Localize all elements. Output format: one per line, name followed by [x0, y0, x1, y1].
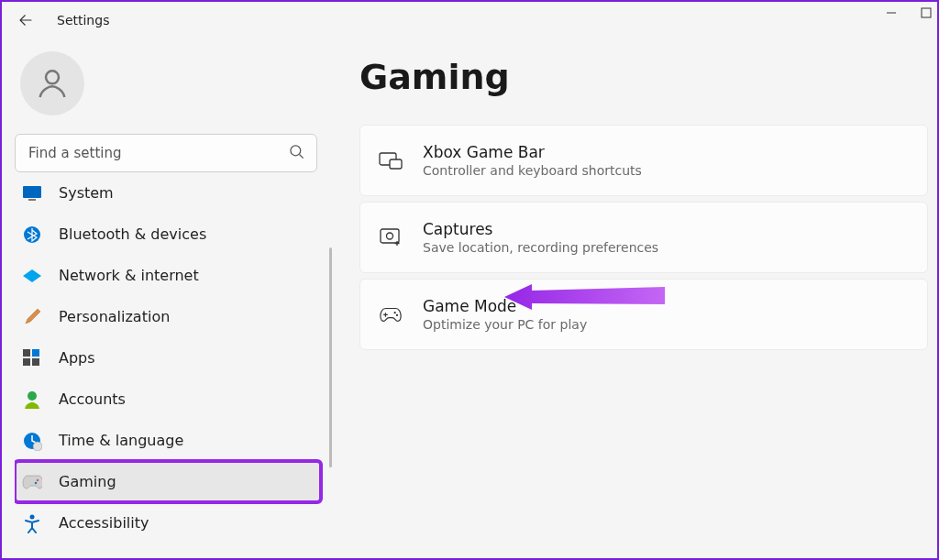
wifi-icon [22, 266, 42, 286]
sidebar-item-system[interactable]: System [15, 181, 321, 214]
window-controls [884, 5, 933, 20]
card-game-mode[interactable]: Game Mode Optimize your PC for play [359, 279, 928, 350]
apps-icon [22, 348, 42, 368]
card-subtitle: Controller and keyboard shortcuts [423, 163, 642, 178]
svg-rect-1 [922, 8, 931, 17]
nav-label: Bluetooth & devices [59, 225, 206, 243]
accessibility-icon [22, 513, 42, 533]
xbox-game-bar-icon [379, 148, 403, 172]
svg-point-23 [396, 314, 398, 316]
sidebar-item-time-language[interactable]: Time & language [15, 420, 321, 461]
card-title: Xbox Game Bar [423, 143, 642, 161]
arrow-left-icon [17, 12, 34, 28]
sidebar-item-network[interactable]: Network & internet [15, 255, 321, 296]
person-icon [34, 65, 71, 102]
svg-point-16 [35, 481, 37, 483]
svg-line-4 [300, 155, 304, 159]
nav-label: Gaming [59, 473, 116, 490]
nav-label: Accessibility [59, 514, 149, 532]
sidebar-item-bluetooth[interactable]: Bluetooth & devices [15, 214, 321, 255]
nav-label: Apps [59, 349, 95, 367]
window-title: Settings [57, 13, 109, 27]
svg-point-22 [394, 312, 396, 313]
svg-point-2 [46, 71, 59, 83]
card-subtitle: Optimize your PC for play [423, 317, 587, 332]
card-title: Captures [423, 220, 658, 238]
nav-list[interactable]: System Bluetooth & devices Network & int… [15, 181, 332, 558]
nav-label: Personalization [59, 308, 170, 325]
captures-icon [379, 225, 403, 249]
paintbrush-icon [22, 307, 42, 327]
sidebar-item-personalization[interactable]: Personalization [15, 296, 321, 337]
svg-rect-20 [381, 229, 399, 243]
titlebar: Settings [2, 2, 937, 38]
card-title: Game Mode [423, 297, 587, 315]
svg-point-12 [28, 391, 37, 401]
svg-rect-11 [32, 358, 39, 366]
card-xbox-game-bar[interactable]: Xbox Game Bar Controller and keyboard sh… [359, 125, 928, 196]
svg-point-21 [387, 233, 393, 239]
svg-rect-5 [23, 186, 41, 198]
accounts-icon [22, 390, 42, 410]
back-button[interactable] [11, 5, 40, 35]
settings-list: Xbox Game Bar Controller and keyboard sh… [359, 125, 937, 350]
sidebar-item-gaming[interactable]: Gaming [15, 461, 321, 502]
avatar[interactable] [20, 51, 84, 115]
page-title: Gaming [359, 57, 937, 97]
nav-label: Network & internet [59, 267, 199, 284]
bluetooth-icon [22, 225, 42, 245]
search-icon [288, 143, 306, 161]
svg-rect-19 [390, 159, 402, 169]
clock-globe-icon [22, 431, 42, 451]
maximize-button[interactable] [919, 5, 933, 20]
sidebar: System Bluetooth & devices Network & int… [2, 38, 332, 558]
card-captures[interactable]: Captures Save location, recording prefer… [359, 202, 928, 273]
sidebar-item-apps[interactable]: Apps [15, 337, 321, 379]
nav-label: Time & language [59, 432, 183, 449]
nav-label: System [59, 184, 114, 202]
sidebar-item-accessibility[interactable]: Accessibility [15, 502, 321, 544]
sidebar-item-accounts[interactable]: Accounts [15, 379, 321, 420]
nav-label: Accounts [59, 390, 126, 408]
card-subtitle: Save location, recording preferences [423, 240, 658, 255]
svg-rect-8 [23, 349, 30, 357]
svg-point-15 [37, 478, 39, 480]
svg-point-17 [30, 514, 35, 519]
game-mode-icon [379, 302, 403, 326]
main-content: Gaming Xbox Game Bar Controller and keyb… [332, 38, 937, 558]
svg-rect-6 [28, 199, 36, 201]
minimize-button[interactable] [884, 5, 899, 20]
svg-point-14 [33, 442, 42, 451]
gaming-icon [22, 472, 42, 492]
search-input[interactable] [15, 134, 317, 172]
svg-point-3 [291, 146, 301, 156]
svg-rect-10 [23, 358, 30, 366]
system-icon [22, 183, 42, 203]
svg-rect-9 [32, 349, 39, 357]
